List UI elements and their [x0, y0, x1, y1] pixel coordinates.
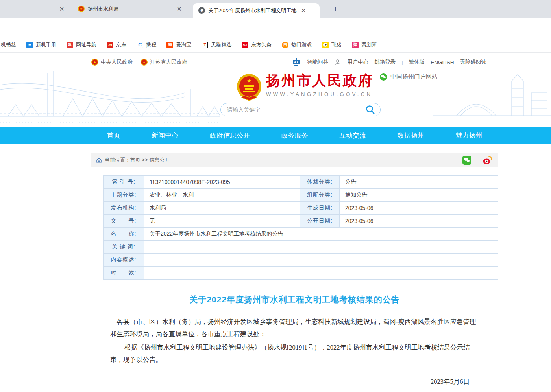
link-english[interactable]: ENGLISH — [431, 59, 454, 65]
portal-link[interactable]: 中国扬州门户网站 — [380, 73, 438, 81]
tab-yangzhou-water-bureau[interactable]: ★ 扬州市水利局 ✕ — [72, 0, 190, 18]
meta-label: 发布机构: — [104, 202, 144, 215]
national-emblem: ★ — [236, 73, 262, 101]
link-user-center[interactable]: 用户中心 — [347, 59, 368, 66]
close-tab-icon[interactable]: ✕ — [300, 7, 307, 15]
bookmark-url-navigation[interactable]: 导网址导航 — [67, 41, 96, 48]
meta-label: 时 效: — [104, 267, 144, 280]
search-icon[interactable] — [365, 105, 375, 115]
share-weibo-icon[interactable] — [483, 156, 492, 165]
new-tab-icon[interactable]: ＋ — [331, 4, 340, 13]
nav-info-disclosure[interactable]: 政府信息公开 — [210, 131, 250, 140]
tab-title: 关于2022年度扬州市水利工程文明工地 — [208, 7, 300, 14]
meta-label: 索 引 号: — [104, 176, 144, 189]
meta-value-genre: 公告 — [340, 176, 498, 189]
nav-gov-services[interactable]: 政务服务 — [281, 131, 308, 140]
meta-value-title: 关于2022年度扬州市水利工程文明工地考核结果的公告 — [144, 228, 498, 241]
robot-icon — [292, 58, 301, 66]
article-date: 2023年5月6日 — [110, 376, 481, 388]
article-paragraph: 各县（市、区）水利（务）局，扬州经济开发区城乡事务管理局，生态科技新城规划建设局… — [110, 316, 481, 340]
share-wechat-icon[interactable] — [462, 156, 471, 165]
link-jiangsu-government[interactable]: ★ 江苏省人民政府 — [141, 59, 187, 66]
site-favicon: e — [198, 7, 205, 14]
meta-value-doc-number: 无 — [144, 215, 300, 228]
document-meta-table: 索 引 号: 11321000014407098E-2023-095 体裁分类:… — [103, 175, 498, 280]
bookmark-aitaobao[interactable]: 淘爱淘宝 — [166, 41, 191, 48]
bookmarks-bar: 机书签 ≣新机手册 导网址导航 JD京东 C携程 淘爱淘宝 T天猫精选 东方东方… — [0, 37, 551, 53]
close-tab-icon[interactable]: ✕ — [175, 5, 183, 13]
taobao-icon: 淘 — [166, 42, 173, 48]
meta-value-category: 通知公告 — [340, 189, 498, 202]
bookmark-eastday[interactable]: 东方东方头条 — [242, 41, 272, 48]
browser-tab-strip: ✕ ★ 扬州市水利局 ✕ e 关于2022年度扬州市水利工程文明工地 ✕ ＋ — [0, 0, 551, 18]
nav-interaction[interactable]: 互动交流 — [339, 131, 366, 140]
bookmark-new-phone-manual[interactable]: ≣新机手册 — [26, 41, 56, 48]
tab-title: 扬州市水利局 — [88, 6, 174, 13]
jd-icon: JD — [107, 42, 113, 48]
juhuasuan-icon: 聚 — [352, 42, 359, 48]
bookmark-juhuasuan[interactable]: 聚聚划算 — [352, 41, 377, 48]
meta-label: 组配分类: — [300, 189, 340, 202]
gov-emblem-favicon: ★ — [78, 6, 85, 12]
meta-label: 生成日期: — [300, 202, 340, 215]
nav-data-yangzhou[interactable]: 数据扬州 — [398, 131, 424, 140]
meta-value-public-date: 2023-05-06 — [340, 215, 498, 228]
bookmark-tmall[interactable]: T天猫精选 — [202, 41, 231, 48]
meta-value-topic: 农业、林业、水利 — [144, 189, 300, 202]
site-title: 扬州市人民政府 — [266, 73, 373, 89]
tab-active-announcement[interactable]: e 关于2022年度扬州市水利工程文明工地 ✕ — [193, 3, 320, 18]
meta-label: 名 称: — [104, 228, 144, 241]
meta-label: 内容概述: — [104, 254, 144, 267]
meta-label: 文 号: — [104, 215, 144, 228]
article-paragraph: 根据《扬州市水利工程文明工地建设管理办法》（扬水规[2019]1号），2022年… — [110, 342, 481, 366]
link-smart-qa[interactable]: 智能问答 — [307, 59, 328, 66]
meta-value-keywords — [144, 241, 498, 254]
gov-emblem-icon: ★ — [91, 59, 98, 66]
svg-text:★: ★ — [247, 78, 251, 84]
link-mail-login[interactable]: 邮箱登录 — [374, 59, 396, 66]
manual-icon: ≣ — [26, 42, 33, 48]
breadcrumb: 当前位置：首页 >> 信息公开 — [91, 153, 498, 167]
link-traditional-chinese[interactable]: 繁体版 — [409, 59, 425, 66]
browser-toolbar: 不安全 yangzhou.gov.cn/yzszxxgk/slj/202305/… — [0, 18, 551, 37]
nav-charm-yangzhou[interactable]: 魅力扬州 — [455, 131, 482, 140]
site-header: ★ 扬州市人民政府 WWW.YANGZHOU.GOV.CN 中国扬州门户网站 — [0, 69, 551, 127]
meta-value-summary — [144, 254, 498, 267]
fliggy-pig-icon — [322, 42, 329, 48]
site-url-text: WWW.YANGZHOU.GOV.CN — [266, 91, 373, 97]
meta-value-validity — [144, 267, 498, 280]
bookmark-jd[interactable]: JD京东 — [107, 41, 126, 48]
meta-label: 主题分类: — [104, 189, 144, 202]
article-title: 关于2022年度扬州市水利工程文明工地考核结果的公告 — [91, 294, 498, 305]
search-input[interactable] — [227, 107, 365, 113]
bridge-watermark-left — [0, 69, 220, 127]
close-tab-icon[interactable]: ✕ — [58, 5, 66, 13]
nav-icon: 导 — [67, 42, 73, 48]
meta-label: 公开日期: — [300, 215, 340, 228]
bookmark-ctrip[interactable]: C携程 — [137, 41, 156, 48]
wechat-icon — [380, 73, 387, 81]
nav-news-center[interactable]: 新闻中心 — [152, 131, 178, 140]
nav-home[interactable]: 首页 — [107, 131, 120, 140]
ctrip-icon: C — [137, 42, 143, 48]
home-icon — [96, 157, 102, 163]
site-search[interactable] — [220, 103, 381, 116]
meta-value-publisher: 水利局 — [144, 202, 300, 215]
article-body: 各县（市、区）水利（务）局，扬州经济开发区城乡事务管理局，生态科技新城规划建设局… — [91, 316, 498, 392]
bookmark-fliggy[interactable]: 飞猪 — [322, 41, 342, 48]
bookmark-phone-bookmarks[interactable]: 机书签 — [1, 41, 16, 48]
eastday-icon: 东方 — [242, 42, 248, 48]
page-content: 当前位置：首页 >> 信息公开 索 引 号: 11321000014407098… — [0, 144, 551, 392]
user-icon — [334, 59, 341, 66]
breadcrumb-text[interactable]: 当前位置：首页 >> 信息公开 — [105, 156, 170, 164]
gov-emblem-icon: ★ — [141, 59, 148, 66]
link-central-government[interactable]: ★ 中央人民政府 — [91, 59, 133, 66]
game-icon: 田 — [282, 42, 288, 48]
gov-top-strip: ★ 中央人民政府 ★ 江苏省人民政府 智能问答 用户中心 邮箱登录 | 繁体版 … — [91, 55, 486, 69]
link-accessibility[interactable]: 无障碍阅读 — [460, 59, 487, 66]
bookmark-hot-games[interactable]: 田热门游戏 — [282, 41, 312, 48]
tmall-icon: T — [202, 42, 208, 48]
meta-label: 关 键 词: — [104, 241, 144, 254]
main-nav: 首页 新闻中心 政府信息公开 政务服务 互动交流 数据扬州 魅力扬州 — [0, 127, 551, 144]
meta-value-index-number: 11321000014407098E-2023-095 — [144, 176, 300, 189]
